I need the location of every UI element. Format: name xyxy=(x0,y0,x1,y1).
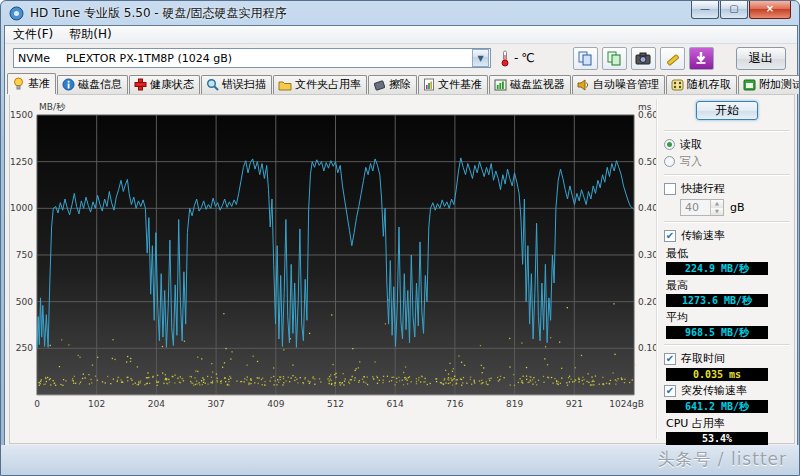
access-time-dot xyxy=(162,346,163,347)
access-time-dot xyxy=(110,383,111,384)
access-time-dot xyxy=(345,378,346,379)
screenshot-button[interactable] xyxy=(631,47,656,70)
short-stroke-checkbox-box[interactable] xyxy=(664,183,676,195)
access-time-dot xyxy=(574,381,575,382)
access-time-dot xyxy=(68,344,69,345)
copy-icon xyxy=(577,50,593,66)
access-time-dot xyxy=(314,384,315,385)
tab-extra-tests[interactable]: 附加测试 xyxy=(738,75,800,94)
health-cross-icon xyxy=(134,78,147,91)
access-time-dot xyxy=(425,378,426,379)
access-time-dot xyxy=(356,368,357,369)
access-time-dot xyxy=(394,384,395,385)
menu-help[interactable]: 帮助(H) xyxy=(61,25,119,44)
maximize-button[interactable]: ▢ xyxy=(720,1,748,19)
access-time-dot xyxy=(217,381,218,382)
tab-health[interactable]: 健康状态 xyxy=(129,75,200,94)
copy-clipboard-button[interactable] xyxy=(573,47,598,70)
access-time-dot xyxy=(334,374,335,375)
access-time-dot xyxy=(621,379,622,380)
menu-file[interactable]: 文件(F) xyxy=(5,25,61,44)
access-time-dot xyxy=(377,383,378,384)
transfer-rate-checkbox-box[interactable]: ✔ xyxy=(664,230,676,242)
access-time-dot xyxy=(258,383,259,384)
access-time-dot xyxy=(418,377,419,378)
access-time-checkbox[interactable]: ✔ 存取时间 xyxy=(662,350,792,367)
access-time-dot xyxy=(295,377,296,378)
access-time-dot xyxy=(279,376,280,377)
exit-button[interactable]: 退出 xyxy=(736,47,786,70)
access-time-dot xyxy=(228,381,229,382)
access-time-dot xyxy=(583,379,584,380)
access-time-dot xyxy=(75,383,76,384)
minimize-button[interactable]: — xyxy=(691,1,719,19)
access-time-dot xyxy=(522,376,523,377)
access-time-checkbox-box[interactable]: ✔ xyxy=(664,353,676,365)
radio-read-icon[interactable] xyxy=(664,139,675,150)
access-time-dot xyxy=(509,366,510,367)
access-time-dot xyxy=(452,384,453,385)
access-time-dot xyxy=(107,376,108,377)
access-time-dot xyxy=(436,378,437,379)
access-time-dot xyxy=(193,385,194,386)
access-time-dot xyxy=(474,381,475,382)
access-time-dot xyxy=(513,374,514,375)
access-time-dot xyxy=(45,384,46,385)
access-time-dot xyxy=(407,380,408,381)
radio-write-icon[interactable] xyxy=(664,156,675,167)
options-button[interactable] xyxy=(660,47,685,70)
access-time-dot xyxy=(344,381,345,382)
access-time-dot xyxy=(201,358,202,359)
access-time-dot xyxy=(211,377,212,378)
access-time-dot xyxy=(199,384,200,385)
access-time-dot xyxy=(55,385,56,386)
access-time-dot xyxy=(566,382,567,383)
access-time-dot xyxy=(339,382,340,383)
spinner-down-icon[interactable]: ▼ xyxy=(711,208,723,216)
access-time-dot xyxy=(202,384,203,385)
access-time-dot xyxy=(436,381,437,382)
access-time-dot xyxy=(486,383,487,384)
tab-error-scan[interactable]: 错误扫描 xyxy=(201,75,272,94)
access-time-dot xyxy=(364,376,365,377)
access-time-dot xyxy=(273,367,274,368)
access-time-dot xyxy=(117,381,118,382)
access-time-dot xyxy=(569,376,570,377)
access-time-dot xyxy=(560,383,561,384)
update-button[interactable] xyxy=(689,47,714,70)
tab-random-access[interactable]: 随机存取 xyxy=(666,75,737,94)
access-time-dot xyxy=(445,382,446,383)
start-button[interactable]: 开始 xyxy=(696,101,758,120)
access-time-dot xyxy=(590,384,591,385)
tab-erase[interactable]: 擦除 xyxy=(368,75,417,94)
spinner-up-icon[interactable]: ▲ xyxy=(711,200,723,208)
burst-rate-checkbox-box[interactable]: ✔ xyxy=(664,385,676,397)
access-time-dot xyxy=(79,383,80,384)
access-time-dot xyxy=(296,379,297,380)
radio-write[interactable]: 写入 xyxy=(662,153,792,170)
access-time-dot xyxy=(398,377,399,378)
transfer-rate-checkbox[interactable]: ✔ 传输速率 xyxy=(662,227,792,244)
tab-disk-monitor[interactable]: 磁盘监视器 xyxy=(489,75,571,94)
magnifier-icon xyxy=(206,78,219,91)
short-stroke-spinner[interactable]: 40 ▲▼ xyxy=(680,199,724,216)
access-time-dot xyxy=(379,380,380,381)
short-stroke-checkbox[interactable]: 快捷行程 xyxy=(662,180,792,197)
access-time-dot xyxy=(53,380,54,381)
close-button[interactable]: × xyxy=(749,1,791,19)
title-bar[interactable]: HD Tune 专业版 5.50 - 硬盘/固态硬盘实用程序 xyxy=(1,1,799,25)
drive-select[interactable]: NVMe PLEXTOR PX-1TM8P (1024 gB) ▼ xyxy=(13,48,491,68)
access-time-dot xyxy=(586,381,587,382)
tab-aam[interactable]: 自动噪音管理 xyxy=(572,75,665,94)
access-time-dot xyxy=(40,381,41,382)
access-time-dot xyxy=(367,384,368,385)
burst-rate-checkbox[interactable]: ✔ 突发传输速率 xyxy=(662,382,792,399)
chevron-down-icon[interactable]: ▼ xyxy=(472,49,489,67)
access-time-dot xyxy=(135,383,136,384)
tab-disk-info[interactable]: 磁盘信息 xyxy=(57,75,128,94)
radio-read[interactable]: 读取 xyxy=(662,136,792,153)
copy-text-button[interactable] xyxy=(602,47,627,70)
tab-folder-usage[interactable]: 文件夹占用率 xyxy=(273,75,367,94)
tab-file-benchmark[interactable]: 文件基准 xyxy=(418,75,488,94)
tab-benchmark[interactable]: 基准 xyxy=(7,73,56,94)
